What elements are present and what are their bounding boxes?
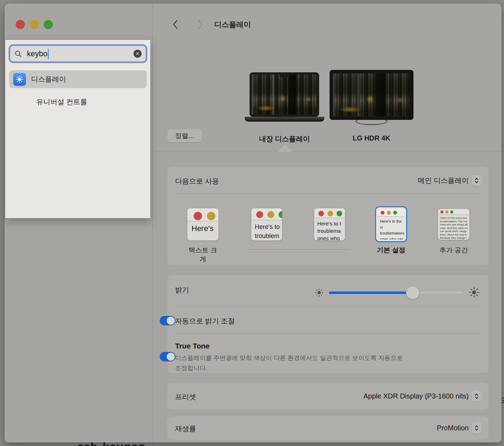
search-input[interactable]: keybo ✕ [10, 45, 146, 62]
auto-brightness-toggle[interactable] [160, 316, 175, 325]
wallpaper-thumbnail [252, 74, 317, 115]
scaling-preview-text: Here's [187, 221, 218, 233]
preset-label: 프리셋 [175, 392, 196, 402]
arrange-button[interactable]: 정렬... [167, 129, 202, 142]
scaling-label-default: 기본 설정 [375, 246, 407, 255]
sidebar: keybo ✕ 디스플레이 [5, 3, 153, 443]
back-button[interactable] [172, 20, 179, 29]
minimize-button[interactable] [30, 20, 39, 29]
scaling-preview-text: Here's to the crazy one troublemakers. T… [438, 215, 469, 240]
scaling-label-more-space: 추가 공간 [438, 246, 469, 255]
true-tone-label: True Tone [175, 342, 210, 350]
sidebar-item-display[interactable]: 디스플레이 [9, 70, 147, 88]
traffic-lights [16, 20, 53, 29]
brightness-slider[interactable] [329, 292, 463, 294]
refresh-rate-value: ProMotion [437, 424, 469, 432]
preset-stepper[interactable] [472, 391, 481, 402]
scaling-preview-text: Here's to t troublema ones who [314, 218, 345, 240]
true-tone-description: 디스플레이를 주변광에 맞춰 색상이 다른 환경에서도 일관적으로 보이도록 자… [175, 353, 434, 373]
true-tone-toggle[interactable] [160, 352, 175, 361]
search-query-text: keybo [27, 49, 48, 58]
auto-brightness-label: 자동으로 밝기 조절 [175, 316, 235, 326]
display-brightness-icon [13, 73, 26, 86]
scaling-preview-text: Here's to the cr troublemakers. ones who… [377, 217, 404, 239]
zoom-button[interactable] [44, 20, 53, 29]
use-as-stepper[interactable] [472, 175, 481, 186]
use-as-value: 메인 디스플레이 [418, 176, 469, 185]
scaling-option-3[interactable]: Here's to t troublema ones who [314, 208, 345, 240]
card-preset: 프리셋 Apple XDR Display (P3-1600 nits) [167, 383, 489, 410]
scaling-option-2[interactable]: Here's to troublem [251, 208, 282, 240]
preset-value: Apple XDR Display (P3-1600 nits) [363, 392, 469, 400]
clear-search-icon[interactable]: ✕ [134, 50, 142, 58]
scaling-option-larger-text[interactable]: Here's [187, 208, 218, 240]
refresh-rate-label: 재생률 [175, 424, 196, 433]
sidebar-item-label: 디스플레이 [31, 74, 66, 84]
separator [175, 333, 481, 333]
card-refresh-rate: 재생률 ProMotion [167, 416, 489, 440]
search-results-popup: keybo ✕ 디스플레이 [5, 39, 151, 218]
brightness-label: 밝기 [175, 285, 189, 295]
display-name-builtin: 내장 디스플레이 [250, 134, 319, 144]
separator [175, 193, 481, 194]
refresh-rate-stepper[interactable] [472, 423, 481, 433]
selected-display-caret [278, 145, 293, 152]
scaling-label-larger-text: 텍스트 크게 [187, 246, 218, 264]
main-pane: 디스플레이 정렬... 내장 디스플레이 LG HDR 4K 다음으로 사용 메… [153, 3, 502, 443]
sidebar-item-label: 유니버설 컨트롤 [36, 97, 87, 107]
scaling-tick-line [247, 249, 351, 250]
display-preview-lg[interactable] [330, 70, 413, 120]
card-brightness: 밝기 [167, 275, 489, 373]
brightness-dim-icon [315, 288, 324, 298]
close-button[interactable] [16, 20, 25, 29]
page-title: 디스플레이 [214, 20, 251, 29]
brightness-slider-knob[interactable] [406, 286, 419, 299]
section-divider [153, 151, 502, 152]
search-icon [14, 50, 22, 58]
laptop-notch [280, 74, 289, 77]
scaling-option-more-space[interactable]: Here's to the crazy one troublemakers. T… [438, 209, 469, 240]
display-name-lg: LG HDR 4K [330, 134, 413, 142]
display-preview-builtin[interactable] [250, 72, 319, 117]
separator [175, 306, 481, 307]
brightness-bright-icon [468, 287, 480, 300]
brightness-slider-fill [329, 292, 412, 294]
use-as-label: 다음으로 사용 [175, 177, 219, 186]
scaling-option-default[interactable]: Here's to the cr troublemakers. ones who… [375, 206, 407, 242]
sidebar-item-universal-control[interactable]: 유니버설 컨트롤 [9, 93, 147, 111]
text-caret [48, 49, 49, 59]
laptop-base [245, 117, 324, 122]
forward-button[interactable] [197, 20, 204, 29]
wallpaper-thumbnail [333, 73, 410, 116]
card-use-as: 다음으로 사용 메인 디스플레이 Here's Here's to trou [167, 167, 489, 265]
system-settings-window: keybo ✕ 디스플레이 [5, 3, 502, 443]
scaling-preview-text: Here's to troublem [251, 220, 282, 240]
